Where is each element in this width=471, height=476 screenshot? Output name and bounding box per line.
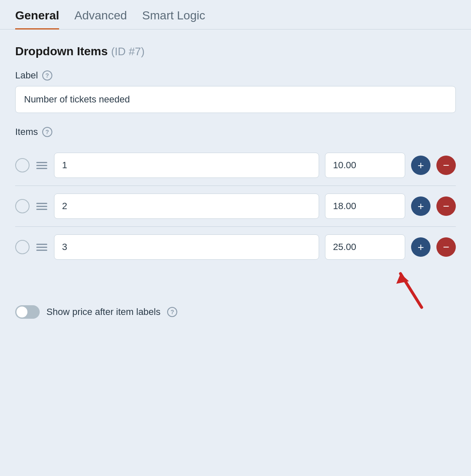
- item-1-price-input[interactable]: [325, 153, 405, 178]
- show-price-help-icon[interactable]: ?: [167, 307, 177, 317]
- field-id: (ID #7): [111, 45, 144, 58]
- label-help-icon[interactable]: ?: [42, 70, 52, 81]
- item-1-text-input[interactable]: [54, 153, 319, 178]
- item-row-3: + −: [15, 227, 456, 267]
- item-2-price-input[interactable]: [325, 194, 405, 219]
- item-3-price-input[interactable]: [325, 234, 405, 260]
- tab-advanced[interactable]: Advanced: [74, 0, 127, 30]
- item-3-remove-button[interactable]: −: [436, 237, 456, 257]
- item-1-drag-handle[interactable]: [35, 160, 48, 171]
- item-3-add-button[interactable]: +: [411, 237, 430, 257]
- items-section: Items ? + −: [15, 126, 456, 267]
- red-arrow-icon: [386, 263, 432, 315]
- item-1-remove-button[interactable]: −: [436, 156, 456, 175]
- items-label: Items: [15, 126, 38, 137]
- label-field-row: Label ?: [15, 70, 456, 81]
- label-field-label: Label: [15, 70, 38, 81]
- tab-general[interactable]: General: [15, 0, 59, 30]
- items-help-icon[interactable]: ?: [42, 127, 52, 137]
- item-1-add-button[interactable]: +: [411, 156, 430, 175]
- items-label-row: Items ?: [15, 126, 456, 137]
- show-price-label: Show price after item labels: [46, 307, 160, 317]
- item-2-radio[interactable]: [15, 199, 30, 213]
- label-input[interactable]: [15, 86, 456, 113]
- item-2-drag-handle[interactable]: [35, 201, 48, 212]
- item-1-radio[interactable]: [15, 158, 30, 172]
- item-3-drag-handle[interactable]: [35, 242, 48, 253]
- show-price-toggle[interactable]: [15, 305, 40, 319]
- item-2-remove-button[interactable]: −: [436, 196, 456, 216]
- tabs-nav: General Advanced Smart Logic: [0, 0, 471, 30]
- item-row-1: + −: [15, 145, 456, 186]
- item-2-add-button[interactable]: +: [411, 196, 430, 216]
- item-row-2: + −: [15, 186, 456, 227]
- toggle-knob: [16, 307, 27, 317]
- item-2-text-input[interactable]: [54, 194, 319, 219]
- main-content: Dropdown Items (ID #7) Label ? Items ?: [0, 30, 471, 319]
- tab-smart-logic[interactable]: Smart Logic: [142, 0, 205, 30]
- item-3-text-input[interactable]: [54, 234, 319, 260]
- section-title: Dropdown Items (ID #7): [15, 45, 456, 58]
- item-3-radio[interactable]: [15, 240, 30, 254]
- panel: General Advanced Smart Logic Dropdown It…: [0, 0, 471, 476]
